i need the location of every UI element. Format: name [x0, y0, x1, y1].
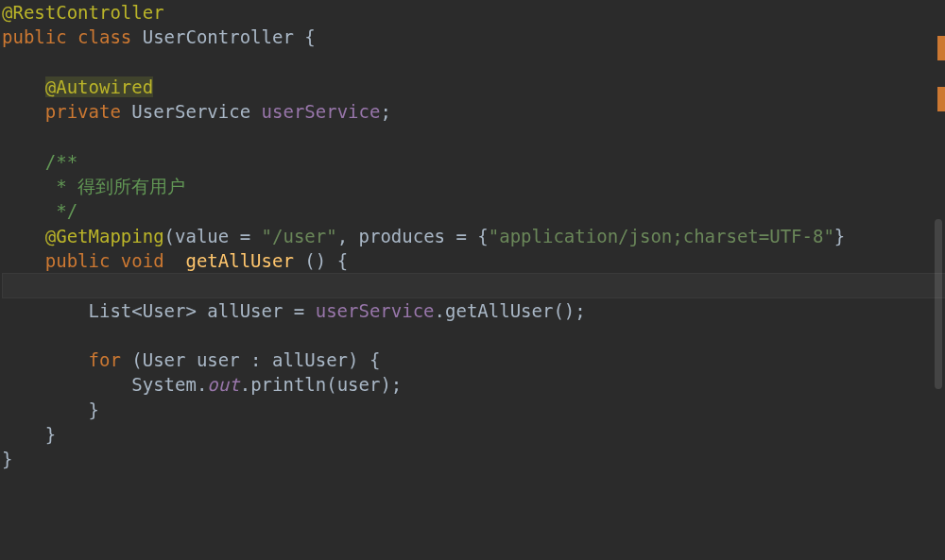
code-token: /** [45, 151, 77, 172]
code-token: .getAllUser(); [435, 300, 586, 321]
code-line[interactable]: /** [2, 149, 945, 174]
code-token [2, 101, 45, 122]
code-token: userService [316, 300, 435, 321]
code-token: out [207, 374, 239, 395]
code-token: , produces = { [337, 226, 489, 246]
code-line[interactable]: private UserService userService; [2, 99, 945, 124]
code-token: List<User> allUser = [89, 300, 316, 321]
code-token [2, 200, 56, 221]
code-token: } [834, 226, 845, 246]
code-line[interactable]: @Autowired [2, 75, 945, 99]
code-line[interactable]: */ [2, 198, 945, 223]
code-line[interactable]: for (User user : allUser) { [2, 348, 945, 372]
code-line[interactable]: * 得到所有用户 [2, 174, 945, 198]
code-line[interactable] [2, 323, 945, 348]
code-line[interactable]: public void getAllUser () { [2, 248, 945, 273]
code-token [2, 250, 45, 271]
code-token: "application/json;charset=UTF-8" [489, 226, 834, 246]
code-token [2, 176, 56, 196]
code-token: public class [2, 26, 143, 47]
code-line[interactable]: @RestController [2, 0, 945, 25]
code-token: System. [131, 374, 207, 395]
code-line[interactable]: public class UserController { [2, 25, 945, 49]
code-token [2, 151, 45, 172]
code-token [2, 226, 45, 246]
code-line[interactable]: } [2, 398, 945, 422]
code-token [2, 76, 45, 97]
code-token: @RestController [2, 2, 164, 23]
change-marker [937, 36, 945, 60]
code-line[interactable]: @GetMapping(value = "/user", produces = … [2, 224, 945, 248]
code-token: @GetMapping [45, 226, 164, 246]
code-token: public void [45, 250, 186, 271]
code-token: * 得到所有用户 [56, 176, 185, 196]
code-token: UserController { [143, 26, 316, 47]
code-line[interactable] [2, 50, 945, 75]
code-line[interactable]: } [2, 422, 945, 447]
code-token: (User user : allUser) { [131, 349, 380, 370]
code-token: } [2, 449, 12, 469]
code-token: ; [380, 101, 390, 122]
code-token: .println(user); [240, 374, 403, 395]
code-editor[interactable]: @RestControllerpublic class UserControll… [0, 0, 945, 560]
code-token: UserService [131, 101, 261, 122]
code-token [2, 349, 89, 370]
code-line[interactable]: List<User> allUser = userService.getAllU… [2, 298, 945, 323]
code-token: for [89, 349, 132, 370]
code-token: } [89, 399, 99, 420]
code-token: (value = [164, 226, 262, 246]
code-token: userService [262, 101, 381, 122]
code-token [2, 300, 89, 321]
change-marker [937, 87, 945, 111]
code-token: */ [56, 200, 77, 221]
code-line[interactable] [2, 273, 945, 297]
code-token: getAllUser [185, 250, 293, 271]
code-token: private [45, 101, 132, 122]
code-token: } [45, 424, 56, 445]
code-token: () { [294, 250, 348, 271]
code-token [2, 374, 131, 395]
code-token: "/user" [262, 226, 337, 246]
code-token [2, 399, 89, 420]
code-line[interactable]: } [2, 447, 945, 471]
code-line[interactable]: System.out.println(user); [2, 372, 945, 397]
code-token: @Autowired [45, 76, 153, 97]
code-line[interactable] [2, 124, 945, 148]
scrollbar-thumb[interactable] [935, 219, 942, 389]
code-token [2, 424, 45, 445]
